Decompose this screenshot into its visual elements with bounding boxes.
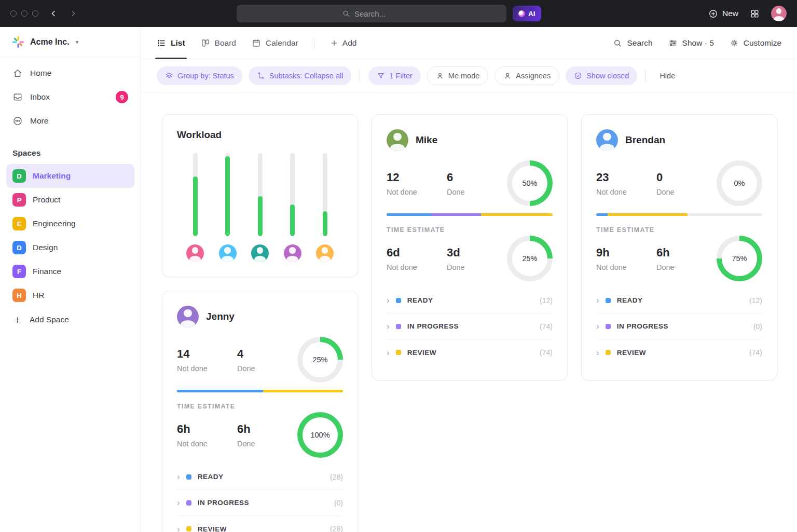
user-avatar[interactable]: [771, 6, 787, 21]
window-dot[interactable]: [10, 10, 17, 17]
space-item-finance[interactable]: F Finance: [6, 260, 134, 283]
time-estimate-label: TIME ESTIMATE: [387, 226, 553, 234]
divider: [314, 37, 314, 49]
tab-label: Calendar: [266, 38, 298, 48]
view-search-button[interactable]: Search: [613, 38, 652, 48]
forward-button[interactable]: [67, 8, 79, 19]
chevron-right-icon: ›: [177, 498, 180, 507]
space-avatar: D: [12, 241, 26, 254]
search-icon: [613, 38, 622, 48]
ai-button[interactable]: AI: [513, 6, 541, 21]
space-label: Design: [33, 243, 58, 252]
done-label: Done: [656, 263, 717, 271]
workload-bar[interactable]: [323, 153, 327, 236]
status-color-dot: [606, 350, 611, 355]
hide-button[interactable]: Hide: [654, 66, 680, 85]
status-color-dot: [186, 526, 191, 531]
time-progress-donut: 75%: [717, 236, 762, 281]
subtasks-pill[interactable]: Subtasks: Collapse all: [249, 66, 352, 85]
add-space-button[interactable]: Add Space: [0, 307, 141, 332]
status-row-review[interactable]: › REVIEW (74): [387, 339, 553, 365]
status-row-in-progress[interactable]: › IN PROGRESS (74): [387, 313, 553, 339]
status-row-ready[interactable]: › READY (12): [596, 288, 762, 313]
status-row-ready[interactable]: › READY (28): [177, 464, 343, 490]
status-progress-bar: [596, 213, 762, 216]
progress-segment: [608, 213, 688, 216]
sidebar: Acme Inc. ▾ Home Inbox 9 More Spaces: [0, 27, 141, 532]
status-color-dot: [396, 324, 401, 329]
window-dot[interactable]: [21, 10, 28, 17]
status-color-dot: [186, 474, 191, 480]
show-button[interactable]: Show · 5: [668, 38, 714, 48]
status-count: (0): [334, 499, 343, 507]
list-icon: [157, 38, 166, 48]
avatar: [316, 244, 334, 262]
workload-bar[interactable]: [225, 153, 230, 236]
window-controls: [10, 10, 38, 17]
group-by-pill[interactable]: Group by: Status: [157, 66, 242, 85]
group-by-label: Group by: Status: [177, 72, 234, 80]
tasks-done: 0 Done: [656, 171, 717, 196]
global-search[interactable]: [237, 5, 506, 22]
workload-bar[interactable]: [193, 153, 198, 236]
done-label: Done: [237, 364, 297, 373]
customize-button[interactable]: Customize: [730, 38, 781, 48]
new-label: New: [722, 9, 738, 18]
tab-list[interactable]: List: [157, 27, 185, 59]
workspace-logo-icon: [11, 35, 25, 49]
topbar-right: New: [708, 6, 787, 21]
workload-bar[interactable]: [290, 153, 295, 236]
avatar: [177, 306, 199, 328]
customize-label: Customize: [744, 38, 781, 48]
add-view-button[interactable]: Add: [330, 38, 357, 48]
new-button[interactable]: New: [708, 9, 738, 19]
dashboard-cards: Workload Jenny 14 Not done: [141, 92, 797, 532]
workspace-switcher[interactable]: Acme Inc. ▾: [0, 27, 141, 57]
show-closed-pill[interactable]: Show closed: [566, 66, 637, 85]
apps-grid-button[interactable]: [750, 9, 760, 19]
time-done-value: 6h: [656, 246, 717, 260]
time-not-done-value: 6h: [177, 422, 237, 436]
sidebar-item-more[interactable]: More: [0, 109, 141, 133]
back-button[interactable]: [48, 8, 59, 19]
donut-value: 25%: [522, 254, 537, 263]
tasks-not-done: 14 Not done: [177, 347, 237, 373]
space-item-marketing[interactable]: D Marketing: [6, 164, 134, 188]
filter-pill[interactable]: 1 Filter: [368, 66, 420, 85]
tab-calendar[interactable]: Calendar: [252, 27, 298, 59]
assignees-pill[interactable]: Assignees: [494, 66, 559, 85]
status-color-dot: [396, 350, 401, 355]
not-done-label: Not done: [596, 263, 656, 271]
time-not-done-value: 9h: [596, 246, 656, 260]
window-dot[interactable]: [32, 10, 38, 17]
plus-icon: [330, 39, 338, 47]
view-search-label: Search: [627, 38, 652, 48]
filter-bar: Group by: Status Subtasks: Collapse all …: [141, 59, 797, 92]
chevron-right-icon: ›: [177, 472, 180, 481]
space-item-product[interactable]: P Product: [6, 188, 134, 212]
status-row-ready[interactable]: › READY (12): [387, 288, 553, 313]
spaces-section-title[interactable]: Spaces: [0, 133, 141, 164]
me-mode-pill[interactable]: Me mode: [427, 66, 488, 85]
time-done: 6h Done: [237, 422, 297, 448]
status-color-dot: [606, 324, 611, 329]
sidebar-item-inbox[interactable]: Inbox 9: [0, 85, 141, 109]
status-row-in-progress[interactable]: › IN PROGRESS (0): [177, 490, 343, 516]
not-done-label: Not done: [177, 440, 237, 448]
progress-segment: [596, 213, 608, 216]
sidebar-item-home[interactable]: Home: [0, 61, 141, 85]
status-row-in-progress[interactable]: › IN PROGRESS (0): [596, 313, 762, 339]
workload-bar[interactable]: [258, 153, 263, 236]
workload-column: [316, 153, 334, 262]
workload-column: [251, 153, 269, 262]
tab-label: List: [171, 38, 185, 48]
tab-board[interactable]: Board: [201, 27, 236, 59]
space-item-hr[interactable]: H HR: [6, 283, 134, 307]
status-row-review[interactable]: › REVIEW (28): [177, 516, 343, 532]
time-not-done-value: 6d: [387, 246, 447, 260]
space-item-engineering[interactable]: E Engineering: [6, 212, 134, 236]
status-row-review[interactable]: › REVIEW (74): [596, 339, 762, 365]
global-search-input[interactable]: [354, 9, 401, 18]
status-name: REVIEW: [198, 525, 227, 532]
space-item-design[interactable]: D Design: [6, 236, 134, 260]
